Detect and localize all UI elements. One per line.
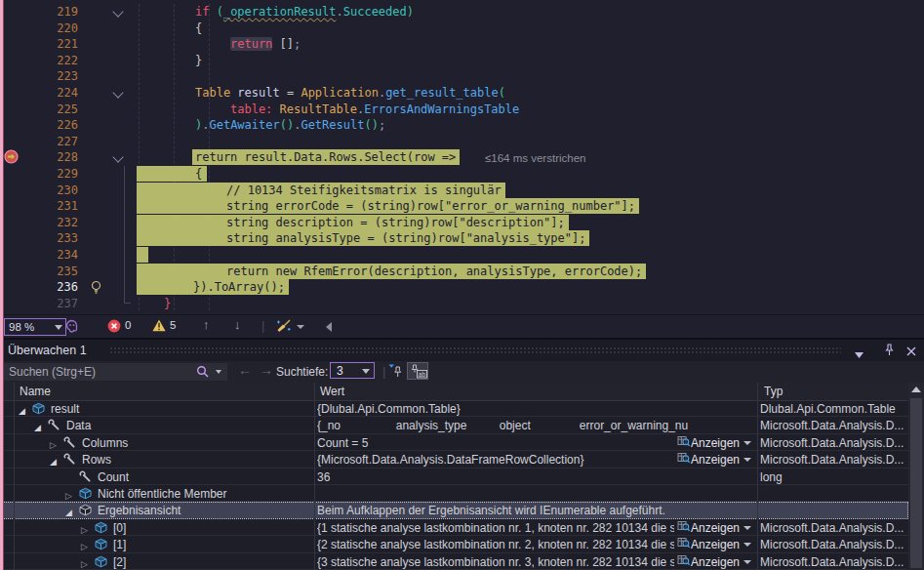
fold-chevron-icon[interactable] (112, 6, 123, 17)
watch-row-2[interactable]: ▷[2]{3 statische analyse lastkombination… (0, 553, 908, 570)
debug-highlighted-code[interactable]: string analysisType = (string)row["analy… (137, 230, 589, 246)
debug-highlighted-code[interactable]: { (137, 166, 207, 182)
search-forward-icon[interactable]: → (260, 362, 273, 378)
debug-highlighted-code[interactable]: return new RfemError(description, analys… (137, 264, 646, 279)
column-header-wert[interactable]: Wert (320, 385, 344, 398)
column-separator[interactable] (757, 383, 758, 570)
code-text: } (195, 53, 202, 69)
anzeigen-label: Anzeigen (691, 554, 740, 570)
code-line-225[interactable]: 225table: ResultTable.ErrorsAndWarningsT… (0, 102, 924, 118)
column-header-name[interactable]: Name (20, 385, 51, 398)
anzeigen-visualizer-link[interactable]: Anzeigen (677, 553, 753, 570)
fold-chevron-icon[interactable] (112, 152, 123, 163)
anzeigen-visualizer-link[interactable]: Anzeigen (677, 451, 753, 468)
pinnable-properties-toggle[interactable]: ab (407, 362, 428, 380)
debug-highlighted-code[interactable]: }).ToArray(); (137, 279, 289, 295)
code-line-222[interactable]: 222} (0, 53, 924, 69)
anzeigen-visualizer-link[interactable]: Anzeigen (677, 434, 753, 451)
code-token: = (280, 86, 301, 100)
search-icon[interactable] (196, 365, 210, 384)
fold-chevron-icon[interactable] (112, 87, 123, 98)
chevron-down-icon[interactable] (216, 370, 221, 374)
debug-highlighted-code[interactable]: string errorCode = (string)row["error_or… (137, 198, 639, 214)
perf-tip-elapsed-time[interactable]: ≤164 ms verstrichen (485, 150, 585, 167)
code-line-226[interactable]: 226).GetAwaiter().GetResult(); (0, 117, 924, 134)
code-line-237[interactable]: 237} (0, 296, 924, 312)
anzeigen-label: Anzeigen (691, 520, 740, 536)
warning-count[interactable]: 5 (170, 319, 176, 331)
code-token: ) (407, 5, 414, 19)
code-line-234[interactable]: 234 (0, 247, 924, 264)
expand-arrow-icon[interactable]: ▷ (81, 556, 91, 570)
watch-row-count[interactable]: Count36long (0, 468, 908, 485)
pin-filter-icon[interactable] (388, 364, 403, 382)
search-back-icon[interactable]: ← (238, 362, 252, 378)
search-input[interactable]: Suchen (Strg+E) (3, 363, 227, 381)
previous-issue-icon[interactable]: ↑ (203, 317, 210, 332)
watch-titlebar[interactable]: Überwachen 1 (0, 340, 924, 361)
code-line-230[interactable]: 230// 10134 Steifigkeitsmatrix is singul… (0, 183, 924, 199)
pin-icon[interactable] (884, 344, 895, 359)
column-separator[interactable] (314, 383, 315, 570)
code-token: GetResult (301, 118, 364, 132)
watch-row-data[interactable]: ◢Data{_no analysis_type object error_or_… (0, 417, 908, 433)
breakpoint-current-line-icon[interactable] (4, 149, 19, 169)
code-line-221[interactable]: 221return []; (0, 36, 924, 53)
watch-row-rows[interactable]: ◢Rows{Microsoft.Data.Analysis.DataFrameR… (0, 451, 908, 468)
code-line-236[interactable]: 236}).ToArray(); (0, 279, 924, 296)
watch-row-columns[interactable]: ▷ColumnsCount = 5AnzeigenMicrosoft.Data.… (0, 434, 908, 451)
code-line-231[interactable]: 231string errorCode = (string)row["error… (0, 198, 924, 215)
vertical-scrollbar[interactable] (908, 383, 924, 570)
search-depth-dropdown[interactable]: 3 (330, 362, 375, 379)
code-suggestion-icon[interactable] (64, 319, 79, 335)
column-header-typ[interactable]: Typ (764, 385, 783, 398)
editor-statusbar: 98 % 0 5 ↑ ↓ | (0, 314, 924, 339)
code-line-229[interactable]: 229{ (0, 166, 924, 183)
warning-icon[interactable] (152, 319, 166, 334)
watch-item-type: Microsoft.Data.Analysis.D... (760, 554, 904, 570)
zoom-level-dropdown[interactable]: 98 % (4, 318, 66, 336)
anzeigen-visualizer-link[interactable]: Anzeigen (677, 519, 753, 536)
code-line-227[interactable]: 227 (0, 134, 924, 150)
code-line-232[interactable]: 232string description = (string)row["des… (0, 215, 924, 231)
anzeigen-visualizer-link[interactable]: Anzeigen (677, 536, 753, 552)
debug-highlighted-code[interactable] (137, 247, 148, 263)
debug-highlighted-code[interactable]: string description = (string)row["descri… (137, 215, 569, 230)
code-lines[interactable]: 219if (_operationResult.Succeeded)220{22… (0, 0, 924, 314)
scroll-left-icon[interactable] (326, 322, 332, 332)
scrollbar-thumb[interactable] (910, 398, 922, 568)
chevron-down-icon[interactable] (297, 325, 304, 329)
code-line-233[interactable]: 233string analysisType = (string)row["an… (0, 230, 924, 247)
watch-row-result[interactable]: ◢result{Dlubal.Api.Common.Table}Dlubal.A… (0, 400, 908, 417)
code-line-219[interactable]: 219if (_operationResult.Succeeded) (0, 4, 924, 20)
watch-row-0[interactable]: ▷[0]{1 statische analyse lastkombination… (0, 519, 908, 536)
code-line-223[interactable]: 223 (0, 68, 924, 85)
line-number: 229 (23, 166, 78, 183)
next-issue-icon[interactable]: ↓ (234, 317, 241, 332)
code-cleanup-broom-icon[interactable] (275, 318, 292, 335)
window-position-chevron-icon[interactable] (855, 347, 864, 361)
debug-highlighted-code[interactable]: // 10134 Steifigkeitsmatrix is singulär (137, 183, 505, 198)
visualizer-grid-magnifier-icon (677, 520, 691, 536)
scroll-up-icon[interactable] (911, 387, 921, 392)
watch-item-value: Count = 5 (317, 435, 674, 451)
code-editor[interactable]: 219if (_operationResult.Succeeded)220{22… (0, 0, 924, 338)
code-line-224[interactable]: 224Table result = Application.get_result… (0, 85, 924, 102)
code-line-220[interactable]: 220{ (0, 20, 924, 37)
watch-row-ergebnisansicht[interactable]: ◢ErgebnisansichtBeim Aufklappen der Erge… (0, 502, 908, 518)
watch-row-1[interactable]: ▷[1]{2 statische analyse lastkombination… (0, 536, 908, 552)
error-icon[interactable] (107, 319, 121, 335)
close-icon[interactable] (906, 346, 916, 359)
watch-item-name: [2] (113, 554, 126, 570)
watch-row-nicht-öffentliche-member[interactable]: ▷Nicht öffentliche Member (0, 485, 908, 502)
debug-highlighted-code[interactable]: return result.Data.Rows.Select(row => (192, 149, 460, 165)
property-wrench-icon (63, 436, 75, 452)
lightbulb-suggestion-icon[interactable] (90, 280, 102, 300)
watch-item-type: Microsoft.Data.Analysis.D... (760, 435, 904, 451)
watch-item-name: result (51, 401, 79, 417)
chevron-down-icon (362, 369, 370, 374)
code-line-228[interactable]: 228return result.Data.Rows.Select(row =>… (0, 149, 924, 166)
error-count[interactable]: 0 (125, 319, 131, 331)
code-line-235[interactable]: 235return new RfemError(description, ana… (0, 264, 924, 280)
code-text: return []; (230, 36, 301, 53)
